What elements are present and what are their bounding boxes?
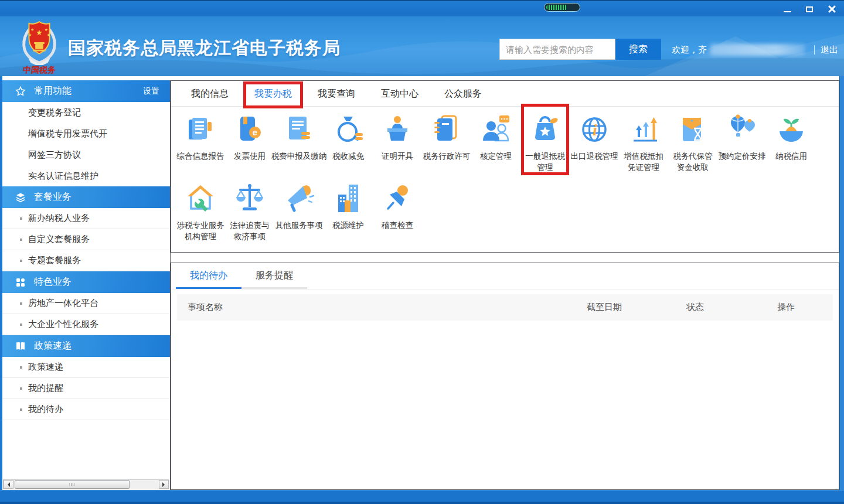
sidebar-item-变更税务登记[interactable]: 变更税务登记	[2, 102, 170, 123]
nav-tab-我的信息[interactable]: 我的信息	[178, 81, 241, 106]
sidebar-item-label: 变更税务登记	[28, 107, 81, 118]
vat-deduct-icon	[627, 111, 661, 149]
sidebar-item-label: 新办纳税人业务	[28, 213, 90, 224]
svg-text:★: ★	[47, 33, 50, 37]
sidebar-item-label: 实名认证信息维护	[28, 171, 98, 182]
service-税收减免[interactable]: 税收减免	[324, 111, 373, 181]
page-title: 国家税务总局黑龙江省电子税务局	[68, 36, 341, 60]
service-其他服务事项[interactable]: 其他服务事项	[274, 181, 324, 250]
sidebar-item-label: 网签三方协议	[28, 149, 81, 161]
report-icon	[183, 111, 217, 149]
sidebar-section-title: 特色业务	[34, 276, 72, 288]
svg-text:★: ★	[30, 28, 34, 32]
sidebar-section-header-常用功能[interactable]: 常用功能设置	[2, 80, 170, 102]
sidebar-item-label: 房地产一体化平台	[28, 298, 98, 309]
sidebar-settings-button[interactable]: 设置	[143, 86, 159, 97]
nav-tab-我要办税[interactable]: 我要办税	[241, 81, 305, 106]
service-grid: 综合信息报告e发票使用税费申报及缴纳税收减免证明开具税务行政许可核定管理一般退抵…	[171, 107, 839, 250]
service-税源维护[interactable]: 税源维护	[324, 181, 373, 250]
inspect-icon	[380, 181, 414, 218]
sidebar-item-网签三方协议[interactable]: 网签三方协议	[2, 144, 170, 165]
service-稽查检查[interactable]: 稽查检查	[373, 181, 422, 250]
bullet-icon	[20, 408, 22, 411]
service-税务行政许可[interactable]: 税务行政许可	[422, 111, 471, 181]
scrollbar-thumb[interactable]	[15, 480, 130, 489]
svg-text:i: i	[593, 121, 597, 139]
sidebar-section-header-套餐业务[interactable]: 套餐业务	[2, 186, 170, 208]
sidebar-item-label: 大企业个性化服务	[28, 319, 98, 330]
close-button[interactable]	[824, 3, 839, 15]
sidebar-item-专题套餐服务[interactable]: 专题套餐服务	[2, 250, 170, 271]
bullet-icon	[20, 366, 22, 369]
service-税务代保管资金收取[interactable]: 税务代保管资金收取	[668, 111, 717, 181]
certify-icon	[380, 111, 414, 149]
progress-indicator	[544, 3, 580, 12]
scroll-left-icon	[5, 482, 10, 487]
scroll-left-button[interactable]	[4, 480, 13, 489]
service-label: 稽查检查	[365, 220, 430, 231]
logo-caption: 中国税务	[13, 65, 66, 76]
other-icon	[282, 181, 316, 218]
service-纳税信用[interactable]: 纳税信用	[767, 111, 816, 181]
minimize-button[interactable]	[780, 3, 795, 15]
svg-text:e: e	[253, 128, 257, 137]
declare-icon	[282, 111, 316, 149]
sidebar-section-header-政策速递[interactable]: 政策速递	[2, 335, 170, 357]
todo-tab-我的待办[interactable]: 我的待办	[176, 263, 241, 289]
sidebar-item-房地产一体化平台[interactable]: 房地产一体化平台	[2, 293, 170, 314]
sidebar-item-label: 专题套餐服务	[28, 255, 81, 266]
nav-tab-互动中心[interactable]: 互动中心	[368, 81, 431, 106]
book-icon	[15, 341, 26, 352]
refund-icon	[528, 111, 562, 149]
close-icon	[828, 5, 836, 13]
welcome-redacted-name	[710, 44, 805, 56]
todo-tab-服务提醒[interactable]: 服务提醒	[241, 263, 307, 289]
bullet-icon	[20, 217, 22, 220]
todo-tabs: 我的待办服务提醒	[171, 263, 839, 290]
sidebar-item-label: 增值税专用发票代开	[28, 128, 107, 139]
nav-tab-我要查询[interactable]: 我要查询	[305, 81, 368, 106]
legal-icon	[233, 181, 267, 218]
search-input[interactable]	[499, 39, 615, 60]
sidebar-section-header-特色业务[interactable]: 特色业务	[2, 271, 170, 293]
todo-table-body	[171, 321, 839, 344]
service-证明开具[interactable]: 证明开具	[373, 111, 422, 181]
service-法律追责与救济事项[interactable]: 法律追责与救济事项	[225, 181, 274, 250]
titlebar	[0, 0, 844, 16]
svg-text:★: ★	[28, 33, 32, 37]
service-预约定价安排[interactable]: 预约定价安排	[717, 111, 767, 181]
todo-panel: 我的待办服务提醒 事项名称截至日期状态操作	[171, 263, 839, 490]
scrollbar-track[interactable]	[13, 480, 159, 489]
service-税费申报及缴纳[interactable]: 税费申报及缴纳	[274, 111, 324, 181]
sidebar-item-大企业个性化服务[interactable]: 大企业个性化服务	[2, 314, 170, 335]
service-一般退抵税管理[interactable]: 一般退抵税管理	[520, 111, 570, 181]
horizontal-scrollbar[interactable]	[3, 479, 169, 489]
export-refund-icon: i	[577, 111, 611, 149]
svg-text:★: ★	[36, 29, 42, 37]
main-nav-tabs: 我的信息我要办税我要查询互动中心公众服务	[171, 81, 839, 107]
scroll-right-button[interactable]	[159, 480, 169, 489]
sidebar-item-label: 政策速递	[28, 362, 63, 373]
window-footer-bar	[0, 490, 844, 504]
sidebar-section-title: 套餐业务	[34, 191, 72, 203]
tax-emblem-icon: ★ ★ ★ ★ ★	[14, 19, 64, 65]
maximize-button[interactable]	[802, 3, 817, 15]
service-发票使用[interactable]: e发票使用	[225, 111, 274, 181]
sidebar-item-我的提醒[interactable]: 我的提醒	[2, 378, 170, 399]
column-header-截至日期: 截至日期	[557, 302, 651, 313]
sidebar-item-实名认证信息维护[interactable]: 实名认证信息维护	[2, 165, 170, 186]
logout-button[interactable]: 退出	[821, 45, 838, 56]
todo-table-header: 事项名称截至日期状态操作	[177, 294, 833, 321]
app-window: ★ ★ ★ ★ ★ 中国税务 国家税务总局黑龙江省电子税务局 搜索 欢迎，齐 退…	[0, 0, 844, 504]
sidebar-item-自定义套餐服务[interactable]: 自定义套餐服务	[2, 229, 170, 250]
svg-text:★: ★	[45, 28, 48, 32]
sidebar-item-增值税专用发票代开[interactable]: 增值税专用发票代开	[2, 123, 170, 144]
sidebar-item-我的待办[interactable]: 我的待办	[2, 399, 170, 420]
sidebar-item-新办纳税人业务[interactable]: 新办纳税人业务	[2, 208, 170, 229]
service-综合信息报告[interactable]: 综合信息报告	[176, 111, 225, 181]
sidebar-item-政策速递[interactable]: 政策速递	[2, 357, 170, 378]
layers-icon	[15, 192, 26, 203]
search-button[interactable]: 搜索	[615, 39, 661, 60]
nav-tab-公众服务[interactable]: 公众服务	[431, 81, 495, 106]
minimize-icon	[784, 11, 791, 12]
